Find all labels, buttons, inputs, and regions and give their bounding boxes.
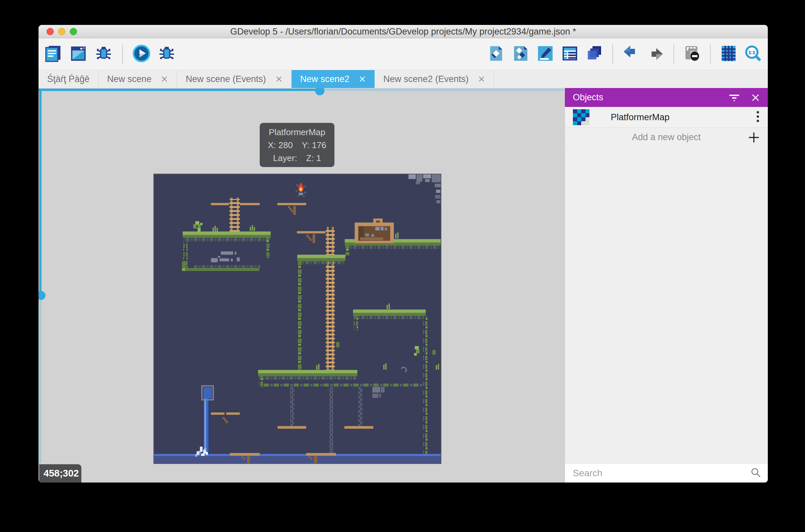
toolbar-right-group: 1:1 xyxy=(486,44,763,64)
close-icon[interactable] xyxy=(359,75,366,83)
zoom-window-button[interactable] xyxy=(70,28,77,35)
close-icon[interactable] xyxy=(161,75,168,83)
undo-arrow-icon xyxy=(622,44,640,64)
objects-editor-button[interactable] xyxy=(486,44,506,64)
layers-button[interactable] xyxy=(584,44,605,64)
instances-list-icon xyxy=(560,44,579,64)
plus-icon xyxy=(747,131,761,146)
minimize-window-button[interactable] xyxy=(58,28,65,35)
tab-new-scene[interactable]: New scene xyxy=(99,70,177,88)
tooltip-object-name: PlatformerMap xyxy=(260,126,334,139)
object-thumbnail xyxy=(573,109,590,125)
grid-icon xyxy=(719,44,738,64)
objects-panel: Objects xyxy=(564,88,768,482)
toolbar-separator xyxy=(122,44,123,64)
tab-label: New scene2 xyxy=(300,74,350,84)
objects-search-bar xyxy=(565,463,768,482)
objects-panel-header: Objects xyxy=(565,88,768,107)
toolbar-separator xyxy=(710,44,711,64)
objects-panel-body xyxy=(565,147,768,463)
redo-arrow-icon xyxy=(646,44,665,64)
tooltip-layer: Layer: xyxy=(273,152,297,165)
main-toolbar: 1:1 xyxy=(39,38,768,70)
project-manager-button[interactable] xyxy=(43,44,63,64)
gdevelop-window: GDevelop 5 - /Users/florian/Documents/GD… xyxy=(39,25,768,482)
redo-button[interactable] xyxy=(646,44,666,64)
tab-label: New scene2 (Events) xyxy=(383,74,468,84)
grid-button[interactable] xyxy=(718,44,739,64)
object-list-item-platformermap[interactable]: PlatformerMap xyxy=(565,107,768,128)
mask-frame-icon xyxy=(683,44,702,64)
zoom-1-1-icon: 1:1 xyxy=(744,44,763,64)
horizontal-scrollbar[interactable] xyxy=(39,89,320,91)
tab-new-scene-events[interactable]: New scene (Events) xyxy=(177,70,292,88)
layers-icon xyxy=(585,44,604,64)
cursor-coordinates-badge: 458;302 xyxy=(39,464,81,482)
tooltip-y: Y: 176 xyxy=(302,139,326,152)
tooltip-z: Z: 1 xyxy=(306,152,321,165)
objects-panel-title: Objects xyxy=(573,92,717,102)
vertical-scrollbar-thumb[interactable] xyxy=(39,291,45,300)
toolbar-separator xyxy=(612,44,613,64)
tab-new-scene2-events[interactable]: New scene2 (Events) xyxy=(375,70,494,88)
vertical-scrollbar[interactable] xyxy=(39,299,41,463)
object-page-icon xyxy=(487,44,505,64)
bug-icon xyxy=(94,44,113,64)
horizontal-scrollbar-thumb[interactable] xyxy=(315,88,324,95)
object-name-label: PlatformerMap xyxy=(611,112,756,122)
scene-window-icon xyxy=(69,44,88,64)
undo-button[interactable] xyxy=(621,44,641,64)
platformer-map-art xyxy=(154,174,441,463)
platformermap-instance[interactable] xyxy=(153,174,441,464)
play-button[interactable] xyxy=(132,44,151,64)
horizontal-scrollbar[interactable] xyxy=(320,89,563,91)
play-icon xyxy=(132,44,151,64)
objects-group-icon xyxy=(512,44,530,64)
search-input[interactable] xyxy=(573,468,750,478)
bug-icon xyxy=(157,44,176,64)
debug-play-button[interactable] xyxy=(157,44,177,64)
window-title: GDevelop 5 - /Users/florian/Documents/GD… xyxy=(39,25,768,38)
close-icon[interactable] xyxy=(478,75,485,83)
tab-label: Śţàŕţ Ṕàĝē xyxy=(47,74,90,84)
close-icon[interactable] xyxy=(275,75,283,83)
zoom-ratio-label: 1:1 xyxy=(749,50,755,55)
instances-list-button[interactable] xyxy=(560,44,580,64)
edit-pencil-icon xyxy=(536,44,555,64)
tab-label: New scene xyxy=(107,74,152,84)
start-scene-button[interactable] xyxy=(69,44,88,64)
object-options-menu-icon[interactable] xyxy=(756,110,760,125)
toolbar-left-group xyxy=(43,44,177,64)
editor-tab-bar: Śţàŕţ Ṕàĝē New scene New scene (Events) … xyxy=(39,70,768,88)
debugger-button[interactable] xyxy=(94,44,114,64)
filter-icon[interactable] xyxy=(729,93,740,102)
close-icon[interactable] xyxy=(751,93,760,102)
scene-properties-button[interactable] xyxy=(535,44,555,64)
add-new-object-button[interactable]: Add a new object xyxy=(565,128,768,147)
vertical-scrollbar[interactable] xyxy=(39,89,41,295)
add-new-object-label: Add a new object xyxy=(632,132,701,142)
toolbar-separator xyxy=(673,44,674,64)
objects-groups-button[interactable] xyxy=(511,44,531,64)
instance-tooltip: PlatformerMap X: 280 Y: 176 Layer: Z: 1 xyxy=(260,123,334,167)
tab-new-scene2[interactable]: New scene2 xyxy=(292,70,375,88)
zoom-original-button[interactable]: 1:1 xyxy=(743,44,763,64)
main-area: PlatformerMap X: 280 Y: 176 Layer: Z: 1 … xyxy=(39,88,768,482)
tab-label: New scene (Events) xyxy=(186,74,266,84)
project-manager-icon xyxy=(44,44,62,64)
search-icon[interactable] xyxy=(750,467,761,479)
traffic-lights xyxy=(46,28,77,35)
tab-start-page[interactable]: Śţàŕţ Ṕàĝē xyxy=(39,70,99,88)
close-window-button[interactable] xyxy=(46,28,54,35)
scene-editor-canvas[interactable]: PlatformerMap X: 280 Y: 176 Layer: Z: 1 … xyxy=(39,88,564,482)
tooltip-x: X: 280 xyxy=(268,139,292,152)
title-bar: GDevelop 5 - /Users/florian/Documents/GD… xyxy=(39,25,768,38)
render-options-button[interactable] xyxy=(682,44,702,64)
